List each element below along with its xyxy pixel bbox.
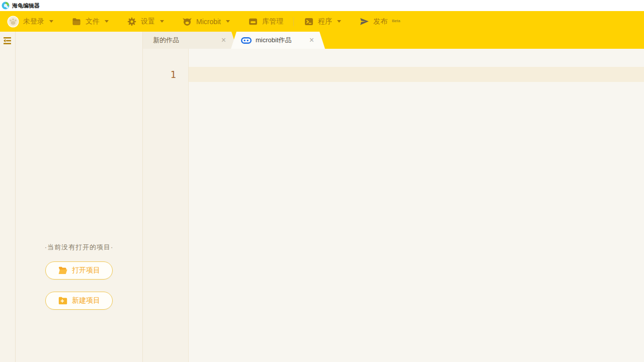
caret-down-icon xyxy=(105,20,109,23)
menu-settings-label: 设置 xyxy=(141,17,155,26)
tab-label: microbit作品 xyxy=(256,36,305,45)
tab-microbit-work[interactable]: microbit作品 × xyxy=(231,32,325,49)
project-empty-state: ·当前没有打开的项目· 打开项目 xyxy=(16,243,142,310)
menu-program-label: 程序 xyxy=(318,17,332,26)
caret-down-icon xyxy=(337,20,341,23)
folder-open-icon xyxy=(58,266,68,275)
terminal-icon xyxy=(304,17,314,27)
sidebar-strip xyxy=(0,32,16,362)
tab-new-work[interactable]: 新的作品 × xyxy=(143,32,237,49)
library-icon xyxy=(248,17,258,27)
title-bar: 海龟编辑器 xyxy=(0,0,644,11)
active-line-highlight xyxy=(189,67,644,82)
menu-library-label: 库管理 xyxy=(262,17,283,26)
folder-plus-icon xyxy=(58,296,68,305)
tab-label: 新的作品 xyxy=(153,36,217,45)
menu-publish-label: 发布 xyxy=(373,17,387,26)
caret-down-icon xyxy=(49,20,53,23)
close-icon[interactable]: × xyxy=(309,36,314,44)
tab-strip: 新的作品 × microbit作品 × xyxy=(143,32,644,49)
menu-microbit-label: Microbit xyxy=(196,18,221,26)
app-logo-icon xyxy=(2,2,10,10)
paper-plane-icon xyxy=(359,17,369,27)
new-project-label: 新建项目 xyxy=(72,296,100,305)
menu-program[interactable]: 程序 xyxy=(304,17,341,27)
app-title: 海龟编辑器 xyxy=(12,2,40,10)
workspace: ·当前没有打开的项目· 打开项目 xyxy=(0,32,644,362)
menu-library[interactable]: 库管理 xyxy=(248,17,283,27)
menu-bar: 未登录 文件 设置 xyxy=(0,11,644,32)
beta-badge: Beta xyxy=(392,19,400,23)
open-project-label: 打开项目 xyxy=(72,266,100,275)
avatar xyxy=(7,16,19,28)
menu-user-label: 未登录 xyxy=(23,17,44,26)
new-project-button[interactable]: 新建项目 xyxy=(45,292,113,310)
caret-down-icon xyxy=(226,20,230,23)
caret-down-icon xyxy=(160,20,164,23)
editor-gutter: 1 xyxy=(143,49,189,362)
project-panel: ·当前没有打开的项目· 打开项目 xyxy=(16,32,143,362)
microbit-icon xyxy=(241,37,252,44)
close-icon[interactable]: × xyxy=(221,36,226,44)
menu-publish[interactable]: 发布 Beta xyxy=(359,17,400,27)
open-project-button[interactable]: 打开项目 xyxy=(45,261,113,280)
code-area[interactable] xyxy=(189,49,644,362)
menu-file-label: 文件 xyxy=(86,17,100,26)
code-editor: 1 xyxy=(143,49,644,362)
gear-icon xyxy=(127,17,137,27)
menu-file[interactable]: 文件 xyxy=(71,17,109,27)
folder-icon xyxy=(71,17,82,27)
menu-settings[interactable]: 设置 xyxy=(127,17,164,27)
robot-icon xyxy=(182,17,192,27)
menu-user[interactable]: 未登录 xyxy=(7,16,53,28)
collapse-panel-icon[interactable] xyxy=(3,36,13,46)
editor-column: 新的作品 × microbit作品 × 1 xyxy=(143,32,644,362)
menu-divider xyxy=(293,17,294,26)
empty-project-text: ·当前没有打开的项目· xyxy=(45,243,114,252)
line-number: 1 xyxy=(143,67,188,82)
menu-microbit[interactable]: Microbit xyxy=(182,17,230,27)
